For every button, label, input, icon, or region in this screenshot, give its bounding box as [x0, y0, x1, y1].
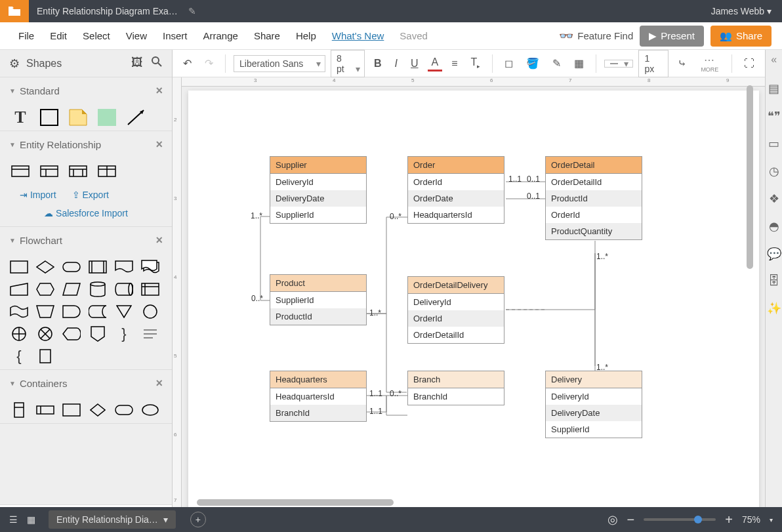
fullscreen-button[interactable]: ⛶: [740, 55, 758, 72]
menu-insert[interactable]: Insert: [155, 30, 196, 41]
menu-select[interactable]: Select: [75, 30, 118, 41]
entity-product[interactable]: Product SupplierId ProductId: [270, 274, 367, 325]
shape-cont-5[interactable]: [114, 401, 134, 419]
grid-view-icon[interactable]: ▦: [27, 514, 35, 525]
shape-hotspot[interactable]: [97, 108, 117, 127]
shape-offpage[interactable]: [88, 325, 108, 343]
fontsize-select[interactable]: 8 pt: [331, 50, 365, 77]
user-menu[interactable]: James Webb ▾: [701, 6, 782, 16]
shape-paper-tape[interactable]: [9, 302, 29, 321]
entity-order[interactable]: Order OrderId OrderDate HeadquartersId: [407, 156, 504, 224]
zoom-in-button[interactable]: +: [725, 512, 733, 527]
shape-decision[interactable]: [35, 258, 55, 276]
menu-help[interactable]: Help: [288, 30, 324, 41]
folder-icon[interactable]: [0, 0, 29, 22]
shape-erd-4[interactable]: [97, 162, 117, 180]
horizontal-scrollbar[interactable]: [197, 499, 394, 506]
text-options-button[interactable]: T▸: [467, 54, 485, 72]
section-flowchart-header[interactable]: ▼Flowchart×: [0, 227, 172, 254]
shape-document[interactable]: [114, 258, 134, 276]
image-icon[interactable]: 🖼: [131, 56, 143, 71]
rail-item-9[interactable]: ✨: [767, 301, 781, 316]
rail-item-4[interactable]: ◷: [769, 164, 779, 178]
undo-button[interactable]: ↶: [179, 54, 196, 72]
shape-process[interactable]: [9, 258, 29, 276]
shape-brace-left[interactable]: {: [9, 347, 29, 365]
shape-direct-data[interactable]: [114, 280, 134, 298]
shape-card[interactable]: [35, 347, 55, 365]
shape-cont-3[interactable]: [62, 401, 81, 419]
shape-cont-1[interactable]: [9, 401, 29, 419]
entity-supplier[interactable]: Supplier DeliveryId DeliveryDate Supplie…: [270, 156, 367, 224]
share-button[interactable]: 👥Share: [710, 26, 772, 47]
section-containers-header[interactable]: ▼Containers×: [0, 370, 172, 397]
section-entity-header[interactable]: ▼Entity Relationship×: [0, 131, 172, 158]
menu-arrange[interactable]: Arrange: [196, 30, 246, 41]
shape-manual-input[interactable]: [9, 280, 29, 298]
shape-internal-storage[interactable]: [140, 280, 160, 298]
menu-whats-new[interactable]: What's New: [324, 30, 392, 41]
er-import-link[interactable]: ⇥ Import: [20, 190, 56, 200]
shape-brace-right[interactable]: }: [114, 325, 134, 343]
italic-button[interactable]: I: [391, 55, 401, 72]
entity-orderdetail[interactable]: OrderDetail OrderDetailId ProductId Orde…: [545, 156, 642, 240]
shape-fill-button[interactable]: ◻: [501, 54, 517, 72]
entity-branch[interactable]: Branch BranchId: [407, 371, 504, 405]
menu-edit[interactable]: Edit: [42, 30, 75, 41]
feature-find[interactable]: 👓Feature Find: [559, 29, 633, 43]
shape-erd-1[interactable]: [10, 162, 30, 180]
zoom-slider[interactable]: [644, 518, 716, 521]
menu-share[interactable]: Share: [246, 30, 288, 41]
zoom-out-button[interactable]: −: [627, 512, 635, 527]
rail-item-2[interactable]: ❝❞: [768, 109, 781, 123]
shape-terminator[interactable]: [62, 258, 81, 276]
shape-data[interactable]: [62, 280, 81, 298]
entity-delivery[interactable]: Delivery DeliveryId DeliveryDate Supplie…: [545, 371, 642, 438]
align-button[interactable]: ≡: [447, 55, 461, 72]
shape-erd-2[interactable]: [39, 162, 59, 180]
shape-connector[interactable]: [140, 302, 160, 321]
sync-icon[interactable]: ◎: [607, 512, 618, 527]
shape-predefined[interactable]: [88, 258, 108, 276]
shape-cont-2[interactable]: [35, 401, 55, 419]
shape-stored-data[interactable]: [88, 302, 108, 321]
font-select[interactable]: Liberation Sans: [234, 55, 325, 72]
vertical-scrollbar[interactable]: [747, 85, 753, 269]
shape-display[interactable]: [62, 325, 81, 343]
gear-icon[interactable]: ⚙: [9, 56, 20, 71]
menu-view[interactable]: View: [118, 30, 155, 41]
entity-orderdetaildelivery[interactable]: OrderDetailDelivery DeliveryId OrderId O…: [407, 276, 504, 344]
present-button[interactable]: ▶Present: [640, 26, 704, 47]
line-style-select[interactable]: [604, 60, 633, 68]
close-icon[interactable]: ×: [155, 138, 163, 152]
rail-item-3[interactable]: ▭: [768, 136, 779, 151]
redo-button[interactable]: ↷: [201, 54, 217, 72]
page-tab[interactable]: Entity Relationship Dia…▾: [49, 510, 176, 529]
line-route-button[interactable]: ⤷: [674, 54, 690, 72]
zoom-level[interactable]: 75%: [742, 514, 760, 525]
shape-multidoc[interactable]: [140, 258, 160, 276]
border-color-button[interactable]: ✎: [548, 54, 565, 72]
menu-file[interactable]: File: [10, 30, 42, 41]
shape-cont-4[interactable]: [88, 401, 108, 419]
shape-erd-3[interactable]: [68, 162, 88, 180]
rail-item-5[interactable]: ❖: [769, 192, 779, 206]
shape-or[interactable]: [9, 325, 29, 343]
document-title[interactable]: Entity Relationship Diagram Exa…: [29, 6, 186, 16]
er-salesforce-link[interactable]: ☁ Salesforce Import: [44, 208, 128, 218]
er-export-link[interactable]: ⇪ Export: [72, 190, 109, 200]
shape-cont-6[interactable]: [140, 401, 160, 419]
shape-note[interactable]: [68, 108, 88, 127]
search-icon[interactable]: [151, 56, 163, 71]
rail-item-8[interactable]: 🗄: [768, 274, 780, 288]
add-page-button[interactable]: +: [190, 512, 206, 527]
shape-database[interactable]: [88, 280, 108, 298]
close-icon[interactable]: ×: [155, 234, 163, 247]
shape-block[interactable]: [39, 108, 59, 127]
close-icon[interactable]: ×: [155, 377, 163, 390]
bold-button[interactable]: B: [370, 55, 386, 72]
shape-delay[interactable]: [62, 302, 81, 321]
text-color-button[interactable]: A: [428, 55, 443, 72]
collapse-icon[interactable]: «: [771, 54, 777, 66]
rail-item-6[interactable]: ◓: [769, 219, 779, 234]
